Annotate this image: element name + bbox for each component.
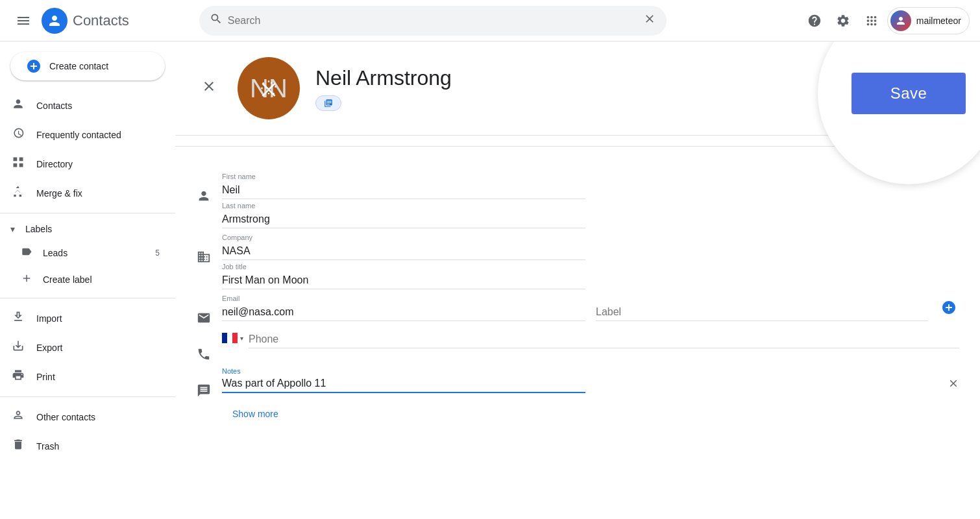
leads-badge: 5 [155,248,160,258]
sidebar-item-frequently-contacted[interactable]: Frequently contacted [0,120,170,149]
email-label-input[interactable] [596,304,928,321]
sidebar-item-contacts[interactable]: Contacts [0,91,170,120]
sidebar-divider-2 [0,298,175,298]
job-title-field: Job title [222,263,585,289]
sidebar-item-directory[interactable]: Directory [0,149,170,178]
save-button[interactable]: Save [851,73,966,114]
phone-fields: ▾ [222,331,959,348]
first-name-field: First name [222,173,585,199]
contact-header: NN Neil Armstrong [175,42,980,136]
sidebar-item-leads[interactable]: Leads 5 [0,239,170,266]
avatar-overlay [238,57,300,119]
company-icon [196,249,212,265]
chevron-down-icon: ▾ [10,224,15,234]
notes-content: Notes [222,367,959,393]
main-content: NN Neil Armstrong [175,42,980,519]
sidebar-item-merge-fix[interactable]: Merge & fix [0,178,170,208]
email-fields: Email [222,295,959,321]
notes-row: Notes [196,367,959,398]
notes-icon [196,383,212,398]
merge-icon [10,185,26,201]
app-logo[interactable]: Contacts [42,8,129,34]
notes-clear-button[interactable] [948,378,959,392]
sidebar-item-label: Print [36,372,55,382]
sidebar-item-other-contacts[interactable]: Other contacts [0,402,170,431]
contact-badge [315,95,452,111]
apps-button[interactable] [859,8,885,34]
add-icon [21,272,32,286]
print-icon [10,368,26,385]
email-row: Email [196,295,959,326]
search-icon [210,12,223,29]
sidebar-item-print[interactable]: Print [0,362,170,391]
create-label-label: Create label [43,274,92,285]
sidebar-item-label: Frequently contacted [36,130,121,140]
phone-flag-dropdown[interactable]: ▾ [222,333,243,348]
sidebar-divider-3 [0,396,175,397]
email-label-field [596,302,928,321]
topbar: Contacts mai [0,0,980,42]
contact-tag[interactable] [315,95,341,111]
sidebar-item-label: Import [36,313,62,324]
first-name-input[interactable] [222,182,585,199]
plus-icon [26,58,42,74]
avatar: NN [238,57,300,119]
user-account-button[interactable]: mailmeteor [887,7,970,34]
company-field: Company [222,234,585,260]
avatar-container[interactable]: NN [238,57,300,119]
sidebar-item-import[interactable]: Import [0,304,170,333]
close-button[interactable] [196,73,222,103]
email-input[interactable] [222,304,585,321]
sidebar: Create contact Contacts Frequently conta… [0,42,175,519]
email-field: Email [222,295,585,321]
flag-dropdown-icon: ▾ [240,335,243,342]
contact-form: First name Last name [175,157,980,440]
sidebar-item-label: Merge & fix [36,188,82,199]
first-name-row: First name Last name [196,173,959,228]
last-name-label: Last name [222,202,585,210]
app-title: Contacts [73,12,129,29]
last-name-input[interactable] [222,211,585,228]
notes-label: Notes [222,367,959,375]
create-contact-button[interactable]: Create contact [10,52,165,80]
job-title-label: Job title [222,263,585,271]
sidebar-item-label: Directory [36,159,73,169]
person-form-icon [196,188,212,204]
sidebar-divider [0,213,175,213]
sidebar-item-trash[interactable]: Trash [0,431,170,461]
add-email-button[interactable] [938,297,959,321]
sidebar-item-label: Other contacts [36,412,95,422]
menu-button[interactable] [10,8,36,34]
phone-input[interactable] [249,331,959,348]
search-input[interactable] [228,15,638,27]
grid-small-icon [10,156,26,172]
email-label: Email [222,295,585,302]
person-icon [10,97,26,114]
email-icon [196,310,212,326]
sidebar-item-label: Contacts [36,101,72,111]
first-name-label: First name [222,173,585,180]
sidebar-item-label: Export [36,343,62,353]
user-name: mailmeteor [916,16,961,26]
settings-button[interactable] [830,8,856,34]
labels-section-header[interactable]: ▾ Labels [0,219,175,239]
user-avatar [890,10,911,31]
search-bar[interactable] [199,6,667,36]
app-logo-icon [42,8,67,34]
topbar-actions: mailmeteor [802,7,970,34]
create-label-button[interactable]: Create label [0,266,170,293]
phone-icon [196,346,212,362]
job-title-input[interactable] [222,272,585,289]
export-icon [10,339,26,356]
leads-label: Leads [43,248,67,258]
search-clear-button[interactable] [643,12,656,29]
show-more-button[interactable]: Show more [196,404,959,424]
clock-icon [10,127,26,143]
help-button[interactable] [802,8,827,34]
person-outline-icon [10,409,26,425]
notes-input[interactable] [222,375,585,393]
labels-header-label: Labels [25,224,52,234]
sidebar-item-export[interactable]: Export [0,333,170,362]
company-label: Company [222,234,585,241]
company-input[interactable] [222,243,585,260]
